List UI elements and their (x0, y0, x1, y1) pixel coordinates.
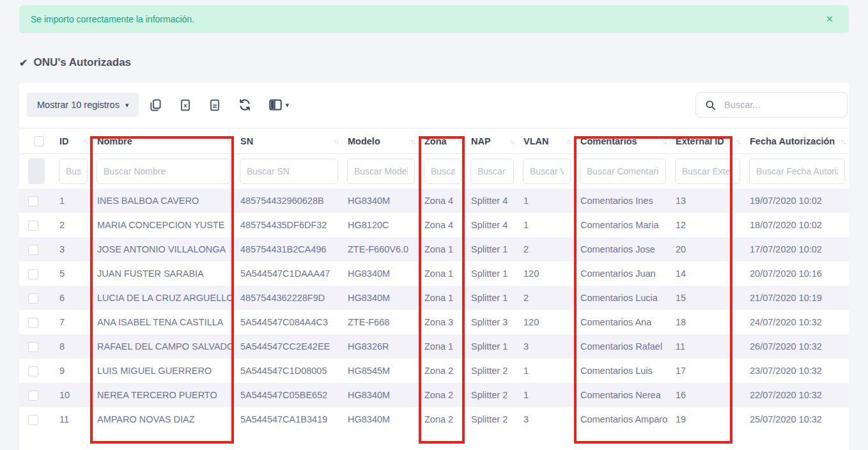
columns-visibility-button[interactable]: ▾ (262, 95, 296, 114)
cell-zona: Zona 3 (419, 310, 465, 334)
cell-modelo: HG8340M (342, 286, 419, 310)
col-header-id[interactable]: ID↑↓ (54, 128, 91, 154)
col-header-external-id[interactable]: External ID↑↓ (670, 128, 744, 154)
filter-input-comentarios[interactable] (580, 159, 666, 184)
cell-nombre: LUIS MIGUEL GUERRERO (91, 359, 235, 383)
cell-zona: Zona 1 (419, 261, 465, 286)
cell-nap: Splitter 2 (465, 383, 518, 407)
search-input[interactable] (723, 99, 838, 111)
refresh-button[interactable] (231, 95, 258, 115)
close-icon[interactable]: ✕ (821, 11, 837, 27)
show-entries-label: Mostrar 10 registros (37, 100, 120, 110)
col-header-zona[interactable]: Zona↑↓ (419, 128, 465, 154)
show-entries-dropdown[interactable]: Mostrar 10 registros ▾ (27, 93, 139, 117)
cell-zona: Zona 2 (419, 407, 465, 431)
cell-comentarios: Comentarios Lucia (575, 286, 670, 310)
row-checkbox[interactable] (28, 196, 38, 206)
cell-zona: Zona 4 (419, 189, 465, 213)
filter-input-id[interactable] (59, 159, 88, 184)
row-checkbox[interactable] (28, 391, 38, 401)
table-row: 8RAFAEL DEL CAMPO SALVADO5A544547CC2E42E… (19, 334, 849, 359)
cell-external-id: 12 (670, 213, 744, 237)
cell-external-id: 11 (670, 334, 744, 359)
select-all-checkbox[interactable] (34, 136, 44, 146)
cell-vlan: 1 (518, 189, 575, 213)
cell-fecha-autorizacion: 21/07/2020 10:19 (744, 286, 849, 310)
cell-sn: 485754432960628B (235, 189, 342, 213)
cell-vlan: 2 (518, 286, 575, 310)
row-checkbox[interactable] (28, 342, 38, 352)
filter-input-sn[interactable] (240, 159, 338, 184)
cell-modelo: HG8340M (342, 383, 419, 407)
cell-comentarios: Comentarios Jose (575, 237, 670, 261)
file-export-button[interactable] (202, 95, 228, 115)
col-header-comentarios[interactable]: Comentarios↑↓ (575, 128, 670, 154)
cell-id: 11 (54, 407, 91, 431)
cell-vlan: 1 (518, 213, 575, 237)
col-header-sn[interactable]: SN↑↓ (235, 128, 342, 154)
row-checkbox[interactable] (28, 269, 38, 279)
row-checkbox[interactable] (28, 221, 38, 231)
cell-modelo: ZTE-F660V6.0 (342, 237, 419, 261)
row-checkbox[interactable] (28, 366, 38, 376)
sort-icon: ↑↓ (83, 137, 88, 145)
file-export-icon (209, 99, 221, 111)
cell-external-id: 18 (670, 310, 744, 334)
cell-id: 7 (54, 310, 91, 334)
row-checkbox[interactable] (28, 318, 38, 328)
filter-input-nap[interactable] (470, 159, 514, 184)
chevron-down-icon: ▾ (285, 101, 289, 109)
cell-zona: Zona 1 (419, 334, 465, 359)
table-row: 11AMPARO NOVAS DIAZ5A544547CA1B3419HG834… (19, 407, 849, 431)
filter-input-external-id[interactable] (675, 159, 740, 184)
sort-icon: ↑↓ (509, 137, 514, 145)
sort-icon: ↑↓ (334, 137, 338, 145)
col-header-fecha-autorizacion[interactable]: Fecha Autorización↑↓ (744, 128, 849, 154)
cell-id: 3 (54, 237, 91, 261)
cell-fecha-autorizacion: 23/07/2020 10:32 (744, 359, 849, 383)
row-checkbox[interactable] (28, 415, 38, 425)
cell-nombre: NEREA TERCERO PUERTO (91, 383, 235, 407)
col-header-nombre[interactable]: Nombre↑↓ (91, 128, 235, 154)
filter-input-zona[interactable] (424, 159, 461, 184)
refresh-icon (238, 98, 251, 111)
filter-input-vlan[interactable] (523, 159, 571, 184)
cell-nap: Splitter 1 (465, 261, 518, 286)
sort-icon: ↑↓ (566, 137, 571, 145)
col-header-modelo[interactable]: Modelo↑↓ (342, 128, 419, 154)
cell-nap: Splitter 3 (465, 310, 518, 334)
copy-button[interactable] (143, 95, 169, 115)
cell-comentarios: Comentarios Ana (575, 310, 670, 334)
cell-nombre: AMPARO NOVAS DIAZ (91, 407, 235, 431)
excel-export-button[interactable]: x (173, 95, 198, 115)
cell-external-id: 16 (670, 383, 744, 407)
cell-id: 5 (54, 261, 91, 286)
filter-input-fecha-autorizacion[interactable] (749, 159, 845, 184)
cell-modelo: HG8326R (342, 334, 419, 359)
row-checkbox[interactable] (28, 293, 38, 304)
page-title-text: ONU's Autorizadas (33, 56, 131, 69)
cell-sn: 5A544547C084A4C3 (235, 310, 342, 334)
cell-comentarios: Comentarios Amparo (575, 407, 670, 431)
row-checkbox[interactable] (28, 245, 38, 255)
sort-icon: ↑↓ (662, 137, 666, 145)
page-title: ✔ ONU's Autorizadas (19, 56, 849, 69)
cell-nap: Splitter 1 (465, 286, 518, 310)
cell-nap: Splitter 4 (465, 213, 518, 237)
col-header-vlan[interactable]: VLAN↑↓ (518, 128, 575, 154)
cell-external-id: 19 (670, 407, 744, 431)
cell-sn: 5A544547C1D08005 (235, 359, 342, 383)
filter-row (19, 154, 849, 189)
cell-nombre: JOSE ANTONIO VILLALONGA (91, 237, 235, 261)
cell-comentarios: Comentarios Rafael (575, 334, 670, 359)
cell-modelo: HG8340M (342, 407, 419, 431)
filter-input-modelo[interactable] (347, 159, 415, 184)
col-header-nap[interactable]: NAP↑↓ (465, 128, 518, 154)
search-icon (705, 100, 716, 111)
filter-input-nombre[interactable] (97, 159, 231, 184)
cell-modelo: HG8340M (342, 189, 419, 213)
cell-external-id: 15 (670, 286, 744, 310)
chevron-down-icon: ▾ (125, 101, 129, 109)
cell-vlan: 1 (518, 383, 575, 407)
excel-export-icon: x (180, 99, 191, 111)
